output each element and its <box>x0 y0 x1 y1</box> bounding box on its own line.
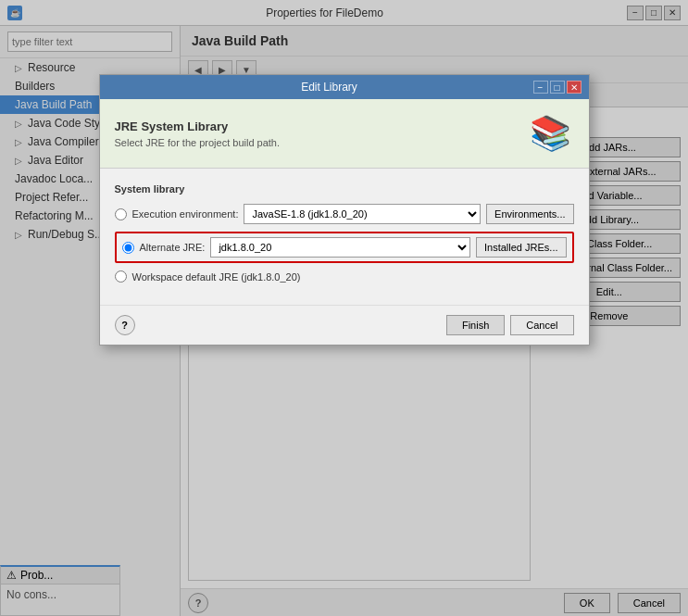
modal-title-bar: Edit Library − □ ✕ <box>100 75 589 99</box>
modal-header-description: Select JRE for the project build path. <box>115 137 281 148</box>
section-label: System library <box>115 183 574 195</box>
modal-maximize-button[interactable]: □ <box>550 81 565 94</box>
modal-title-buttons: − □ ✕ <box>533 81 582 94</box>
execution-env-dropdown-row: JavaSE-1.8 (jdk1.8.0_20) Environments... <box>244 204 573 224</box>
modal-title: Edit Library <box>126 81 533 94</box>
book-icon: 📚 <box>528 110 574 157</box>
modal-minimize-button[interactable]: − <box>533 81 548 94</box>
workspace-default-label: Workspace default JRE (jdk1.8.0_20) <box>132 271 301 283</box>
execution-env-select[interactable]: JavaSE-1.8 (jdk1.8.0_20) <box>244 204 481 224</box>
execution-env-row: Execution environment: JavaSE-1.8 (jdk1.… <box>115 204 574 224</box>
execution-env-radio[interactable] <box>115 208 127 220</box>
alternate-jre-label: Alternate JRE: <box>140 242 206 253</box>
installed-jres-button[interactable]: Installed JREs... <box>476 237 566 258</box>
alternate-jre-radio[interactable] <box>122 242 134 254</box>
alternate-jre-row: Alternate JRE: jdk1.8.0_20 Installed JRE… <box>115 232 574 263</box>
modal-header: JRE System Library Select JRE for the pr… <box>100 99 589 169</box>
modal-overlay: Edit Library − □ ✕ JRE System Library Se… <box>0 0 688 616</box>
alternate-jre-select[interactable]: jdk1.8.0_20 <box>210 237 470 258</box>
modal-action-buttons: Finish Cancel <box>446 315 574 335</box>
modal-close-button[interactable]: ✕ <box>567 81 582 94</box>
modal-header-text: JRE System Library Select JRE for the pr… <box>115 119 281 148</box>
modal-header-title: JRE System Library <box>115 119 281 133</box>
edit-library-modal: Edit Library − □ ✕ JRE System Library Se… <box>99 74 590 346</box>
finish-button[interactable]: Finish <box>446 315 505 335</box>
environments-button[interactable]: Environments... <box>486 204 573 224</box>
modal-footer: ? Finish Cancel <box>100 305 589 345</box>
alternate-jre-dropdown-row: jdk1.8.0_20 Installed JREs... <box>210 237 566 258</box>
workspace-default-row: Workspace default JRE (jdk1.8.0_20) <box>115 270 574 283</box>
execution-env-label: Execution environment: <box>132 208 239 220</box>
modal-body: System library Execution environment: Ja… <box>100 169 589 305</box>
modal-help-button[interactable]: ? <box>115 315 135 335</box>
workspace-default-radio[interactable] <box>115 270 127 283</box>
modal-cancel-button[interactable]: Cancel <box>510 315 573 335</box>
